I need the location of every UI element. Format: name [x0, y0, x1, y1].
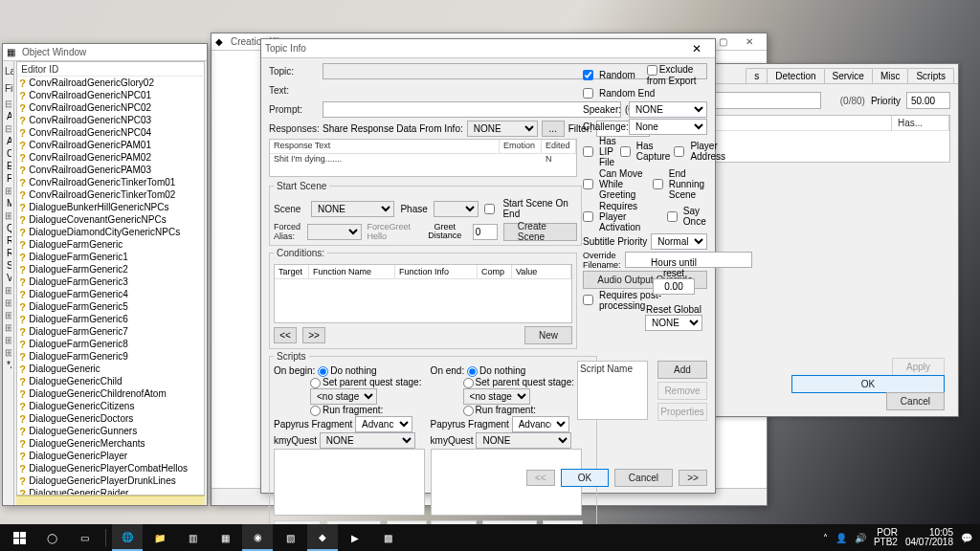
requires-post-checkbox[interactable]	[583, 295, 593, 305]
prev-button[interactable]: <<	[526, 470, 555, 486]
taskbar-app-chrome[interactable]: 🌐	[112, 524, 143, 551]
taskbar-app-generic2[interactable]: ▦	[210, 524, 240, 551]
tree-node[interactable]: Quest	[5, 222, 11, 234]
script-properties-button[interactable]: Properties	[657, 403, 707, 421]
h-scrollbar[interactable]	[16, 496, 205, 505]
tray-people-icon[interactable]: 👤	[835, 533, 847, 543]
response-text-cell[interactable]: Shit I'm dying.......	[270, 154, 500, 167]
list-item[interactable]: ?ConvRailroadGenericPAM03	[17, 164, 204, 176]
prompt-input[interactable]	[323, 101, 621, 118]
list-item[interactable]: ?ConvRailroadGenericNPC01	[17, 89, 204, 101]
tray-up-icon[interactable]: ˄	[823, 533, 828, 543]
hours-input[interactable]	[653, 278, 695, 295]
onbegin-stage-select[interactable]: <no stages availa	[310, 388, 377, 405]
tree-node[interactable]: ⊟Character	[5, 122, 11, 135]
list-item[interactable]: ?ConvRailroadGenericNPC04	[17, 126, 204, 139]
list-item[interactable]: ?DialogueGenericPlayer	[17, 450, 204, 462]
object-window-titlebar[interactable]: ▦ Object Window	[3, 44, 207, 61]
list-item[interactable]: ?ConvRailroadGenericGlory02	[17, 77, 204, 89]
onend-adv-select[interactable]: Advanced	[512, 416, 569, 432]
ok-button[interactable]: OK	[561, 469, 609, 487]
list-item[interactable]: ?DialogueCovenantGenericNPCs	[17, 213, 204, 226]
speaker-select[interactable]: NONE	[629, 101, 707, 118]
tree-node[interactable]: ⊞WorldObjects	[5, 346, 11, 359]
tray-volume-icon[interactable]: 🔊	[855, 533, 866, 543]
onend-setparent-radio[interactable]	[463, 378, 474, 388]
say-once-checkbox[interactable]	[667, 211, 678, 222]
list-item[interactable]: ?DialogueGenericMerchants	[17, 437, 204, 450]
list-item[interactable]: ?DialogueFarmGeneric6	[17, 313, 204, 325]
subtitle-priority-select[interactable]: Normal	[651, 233, 707, 250]
editor-id-header[interactable]: Editor ID	[16, 61, 205, 77]
priority-input[interactable]	[906, 92, 950, 109]
tree-node[interactable]: Audio	[5, 110, 11, 122]
greet-distance-input[interactable]	[473, 224, 498, 240]
tree-node[interactable]: ⊞Magic	[5, 297, 11, 309]
script-add-button[interactable]: Add	[657, 361, 707, 379]
tree-node[interactable]: ⊞HeadPart	[5, 185, 11, 197]
close-button[interactable]: ✕	[682, 40, 711, 57]
end-running-checkbox[interactable]	[653, 179, 663, 189]
tab[interactable]: s	[746, 68, 768, 83]
close-button[interactable]: ✕	[736, 34, 763, 50]
taskbar-app-excel[interactable]: ▧	[275, 524, 305, 551]
list-item[interactable]: ?DialogueFarmGeneric3	[17, 276, 204, 288]
cond-new-button[interactable]: New	[524, 326, 572, 344]
onbegin-kmy-select[interactable]: NONE	[320, 432, 415, 449]
tree-node[interactable]: Equip Slot	[5, 160, 11, 172]
onbegin-setparent-radio[interactable]	[310, 378, 321, 388]
list-item[interactable]: ?ConvRailroadGenericPAM02	[17, 151, 204, 164]
list-item[interactable]: ?DialogueFarmGeneric8	[17, 338, 204, 350]
tree-node[interactable]: ⊞WorldData	[5, 334, 11, 346]
taskbar-app-video[interactable]: ▶	[340, 524, 370, 551]
tree-node[interactable]: Class	[5, 147, 11, 160]
list-item[interactable]: ?DialogueGenericGunners	[17, 425, 204, 437]
can-move-checkbox[interactable]	[583, 179, 593, 189]
create-scene-button[interactable]: Create Scene	[503, 223, 577, 241]
cond-right-button[interactable]: >>	[302, 327, 325, 343]
list-item[interactable]: ?ConvRailroadGenericTinkerTom01	[17, 176, 204, 188]
tree-node[interactable]: ⊞Package	[5, 209, 11, 222]
tree-node[interactable]: Faction	[5, 172, 11, 185]
list-item[interactable]: ?ConvRailroadGenericTinkerTom02	[17, 188, 204, 201]
share-browse-button[interactable]: ...	[542, 121, 565, 137]
has-lip-checkbox[interactable]	[583, 146, 593, 157]
tree-node[interactable]: Association Type	[5, 135, 11, 147]
onend-runfrag-radio[interactable]	[463, 406, 474, 416]
list-item[interactable]: ?ConvRailroadGenericNPC02	[17, 101, 204, 114]
list-item[interactable]: ?DialogueGenericPlayerDrunkLines	[17, 474, 204, 487]
list-item[interactable]: ?DialogueFarmGeneric	[17, 238, 204, 251]
player-address-checkbox[interactable]	[674, 146, 684, 157]
tree-node[interactable]: Movement Type	[5, 197, 11, 209]
reset-global-select[interactable]: NONE	[645, 315, 702, 331]
object-list[interactable]: ?ConvRailroadGenericGlory02?ConvRailroad…	[16, 77, 205, 496]
tree-node[interactable]: VoiceType	[5, 272, 11, 284]
response-text-list[interactable]: Response Text Emotion Edited Shit I'm dy…	[269, 139, 577, 177]
tray-kb[interactable]: PTB2	[874, 538, 898, 547]
tray-notifications-icon[interactable]: 💬	[961, 533, 972, 543]
tree-node[interactable]: ⊟Actors	[5, 98, 11, 110]
list-item[interactable]: ?DialogueFarmGeneric7	[17, 325, 204, 338]
list-item[interactable]: ?DialogueFarmGeneric4	[17, 288, 204, 300]
list-item[interactable]: ?DialogueDiamondCityGenericNPCs	[17, 226, 204, 238]
next-button[interactable]: >>	[679, 470, 707, 486]
challenge-select[interactable]: None	[629, 119, 707, 135]
random-end-checkbox[interactable]	[583, 88, 593, 99]
tree-node[interactable]: ⊞Items	[5, 284, 11, 297]
conditions-list[interactable]: Target Function Name Function Info Comp …	[274, 264, 572, 323]
cancel-button[interactable]: Cancel	[614, 469, 673, 487]
tree-node[interactable]: SM Event Node	[5, 259, 11, 272]
cond-left-button[interactable]: <<	[274, 327, 297, 343]
tab-service[interactable]: Service	[824, 68, 873, 83]
onbegin-donothing-radio[interactable]	[318, 366, 328, 377]
onend-kmy-select[interactable]: NONE	[476, 432, 571, 449]
tree-node[interactable]: Relationship	[5, 247, 11, 259]
phase-select[interactable]	[434, 201, 479, 217]
tab-detection[interactable]: Detection	[767, 68, 824, 83]
forced-alias-select[interactable]	[307, 224, 361, 240]
task-view-button[interactable]: ▭	[69, 524, 100, 551]
share-select[interactable]: NONE	[467, 121, 538, 137]
onend-stage-select[interactable]: <no stages availa	[463, 388, 530, 405]
list-item[interactable]: ?DialogueGenericChildrenofAtom	[17, 387, 204, 400]
onend-donothing-radio[interactable]	[467, 366, 478, 377]
